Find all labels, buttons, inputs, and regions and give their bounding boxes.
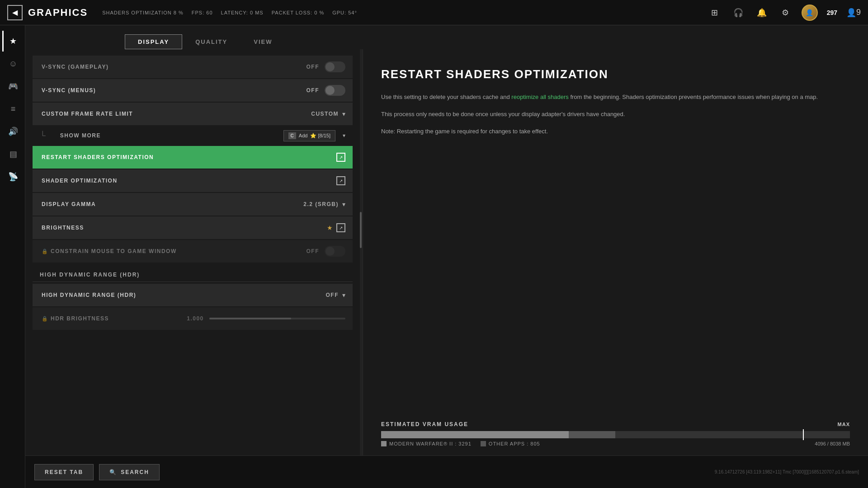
custom-frame-rate-value: CUSTOM (311, 111, 339, 117)
hdr-brightness-label: HDR BRIGHTNESS (51, 315, 187, 322)
reset-tab-button[interactable]: RESET TAB (34, 464, 94, 480)
vram-section: ESTIMATED VRAM USAGE MAX MODERN WARFARE®… (381, 421, 850, 446)
top-bar-right: ⊞ 🎧 🔔 ⚙ 👤 297 👤 9 (708, 5, 861, 21)
vram-max: MAX (838, 422, 850, 427)
info-title: RESTART SHADERS OPTIMIZATION (381, 67, 850, 81)
slider-track (209, 318, 345, 319)
vram-other-legend: OTHER APPS : 805 (481, 441, 540, 446)
gpu-status: GPU: 54° (332, 10, 357, 15)
hdr-value: OFF (326, 292, 339, 298)
search-icon: 🔍 (109, 469, 117, 475)
vsync-menus-value: OFF (307, 87, 320, 94)
vsync-gameplay-label: V-SYNC (GAMEPLAY) (42, 64, 307, 70)
setting-vsync-menus[interactable]: V-SYNC (MENUS) OFF (33, 79, 353, 102)
back-button[interactable]: ◀ (7, 5, 23, 20)
page-title: GRAPHICS (28, 7, 88, 19)
shaders-status: SHADERS OPTIMIZATION 8 % (102, 10, 184, 15)
bell-icon-button[interactable]: 🔔 (755, 5, 769, 20)
constrain-mouse-label: CONSTRAIN MOUSE TO GAME WINDOW (51, 248, 307, 254)
sidebar-item-menu[interactable]: ≡ (2, 99, 23, 119)
star-icon: ★ (327, 224, 333, 231)
sidebar-item-favorites[interactable]: ★ (2, 31, 23, 52)
setting-hdr[interactable]: HIGH DYNAMIC RANGE (HDR) OFF ▾ (33, 284, 353, 306)
operator-button[interactable]: 👤 9 (846, 5, 861, 20)
reoptimize-link[interactable]: reoptimize all shaders (511, 94, 568, 100)
vsync-gameplay-toggle[interactable] (325, 61, 345, 72)
sidebar-item-controller[interactable]: 🎮 (2, 76, 23, 97)
vram-other-bar (569, 431, 616, 438)
c-key-label: C (288, 132, 296, 139)
vram-other-dot (481, 441, 486, 446)
chevron-down-icon-2: ▾ (342, 201, 345, 208)
show-more-label: SHOW MORE (60, 132, 101, 139)
vram-mw-label: MODERN WARFARE® II : 3291 (389, 441, 472, 446)
vram-mw-legend: MODERN WARFARE® II : 3291 (381, 441, 472, 446)
external-link-icon-3[interactable] (336, 223, 345, 232)
latency-status: LATENCY: 0 MS (221, 10, 264, 15)
vram-mw-dot (381, 441, 387, 446)
vram-other-label: OTHER APPS : 805 (489, 441, 540, 446)
setting-custom-frame-rate[interactable]: CUSTOM FRAME RATE LIMIT CUSTOM ▾ (33, 103, 353, 125)
constrain-mouse-value: OFF (307, 248, 320, 254)
external-link-icon[interactable] (336, 153, 345, 162)
custom-frame-rate-label: CUSTOM FRAME RATE LIMIT (42, 111, 311, 117)
top-bar-left: ◀ GRAPHICS SHADERS OPTIMIZATION 8 % FPS:… (7, 5, 357, 20)
vram-marker (803, 429, 804, 440)
top-bar: ◀ GRAPHICS SHADERS OPTIMIZATION 8 % FPS:… (0, 0, 868, 25)
setting-brightness[interactable]: BRIGHTNESS ★ (33, 216, 353, 239)
vram-total: 4096 / 8038 MB (815, 441, 850, 446)
shader-optimization-label: SHADER OPTIMIZATION (42, 178, 336, 184)
tabs-bar: DISPLAY QUALITY VIEW (25, 25, 868, 49)
sidebar-item-profile[interactable]: ☺ (2, 53, 23, 74)
vram-title: ESTIMATED VRAM USAGE (381, 421, 468, 427)
sidebar-item-network[interactable]: 📡 (2, 166, 23, 187)
settings-list[interactable]: V-SYNC (GAMEPLAY) OFF V-SYNC (MENUS) OFF (25, 49, 360, 455)
hdr-brightness-slider (209, 318, 345, 319)
info-paragraph-3: Note: Restarting the game is required fo… (381, 127, 850, 136)
setting-vsync-gameplay[interactable]: V-SYNC (GAMEPLAY) OFF (33, 56, 353, 78)
sidebar-item-display[interactable]: ▤ (2, 144, 23, 164)
scroll-indicator[interactable] (360, 49, 363, 455)
sidebar-item-audio[interactable]: 🔊 (2, 121, 23, 142)
display-gamma-value: 2.2 (SRGB) (303, 201, 339, 207)
show-more-row[interactable]: └ SHOW MORE C Add ⭐ [8/15] ▾ (33, 126, 353, 145)
main-layout: ★ ☺ 🎮 ≡ 🔊 ▤ 📡 DISPLAY QUALITY VIEW V-SYN… (0, 25, 868, 488)
hdr-brightness-value: 1.000 (187, 315, 204, 322)
add-label: Add (299, 133, 308, 138)
setting-restart-shaders[interactable]: RESTART SHADERS OPTIMIZATION (33, 146, 353, 169)
content-area: DISPLAY QUALITY VIEW V-SYNC (GAMEPLAY) O… (25, 25, 868, 488)
setting-hdr-brightness: 🔒 HDR BRIGHTNESS 1.000 (33, 307, 353, 330)
avatar[interactable]: 👤 (802, 5, 818, 21)
packet-loss-status: PACKET LOSS: 0 % (272, 10, 325, 15)
vram-mw-bar (381, 431, 569, 438)
headset-icon-button[interactable]: 🎧 (731, 5, 745, 20)
chevron-down-icon: ▾ (342, 110, 345, 117)
settings-icon-button[interactable]: ⚙ (778, 5, 793, 20)
vsync-menus-toggle[interactable] (325, 85, 345, 96)
external-link-icon-2[interactable] (336, 176, 345, 185)
grid-icon-button[interactable]: ⊞ (708, 5, 722, 20)
setting-display-gamma[interactable]: DISPLAY GAMMA 2.2 (SRGB) ▾ (33, 193, 353, 216)
setting-constrain-mouse: 🔒 CONSTRAIN MOUSE TO GAME WINDOW OFF (33, 240, 353, 263)
lock-icon: 🔒 (42, 249, 48, 254)
vsync-menus-label: V-SYNC (MENUS) (42, 87, 307, 94)
vram-legend: MODERN WARFARE® II : 3291 OTHER APPS : 8… (381, 441, 850, 446)
display-gamma-label: DISPLAY GAMMA (42, 201, 303, 207)
hdr-chevron-icon: ▾ (342, 291, 345, 299)
hdr-section-header: HIGH DYNAMIC RANGE (HDR) (33, 268, 353, 282)
fps-status: FPS: 60 (192, 10, 213, 15)
tab-display[interactable]: DISPLAY (125, 34, 182, 49)
add-count: ⭐ [8/15] (310, 133, 330, 139)
info-panel: RESTART SHADERS OPTIMIZATION Use this se… (363, 49, 868, 455)
bottom-bar: RESET TAB 🔍 SEARCH 9.16.14712726 [43:119… (25, 455, 868, 488)
vsync-gameplay-value: OFF (307, 64, 320, 70)
search-button[interactable]: 🔍 SEARCH (99, 464, 160, 480)
vram-header: ESTIMATED VRAM USAGE MAX (381, 421, 850, 427)
tab-quality[interactable]: QUALITY (182, 34, 241, 49)
status-bar: SHADERS OPTIMIZATION 8 % FPS: 60 LATENCY… (102, 10, 357, 15)
tab-view[interactable]: VIEW (241, 34, 285, 49)
show-more-chevron-icon: ▾ (343, 132, 345, 139)
cod-points: 297 (827, 9, 837, 16)
setting-shader-optimization[interactable]: SHADER OPTIMIZATION (33, 169, 353, 192)
add-badge[interactable]: C Add ⭐ [8/15] (283, 130, 335, 141)
